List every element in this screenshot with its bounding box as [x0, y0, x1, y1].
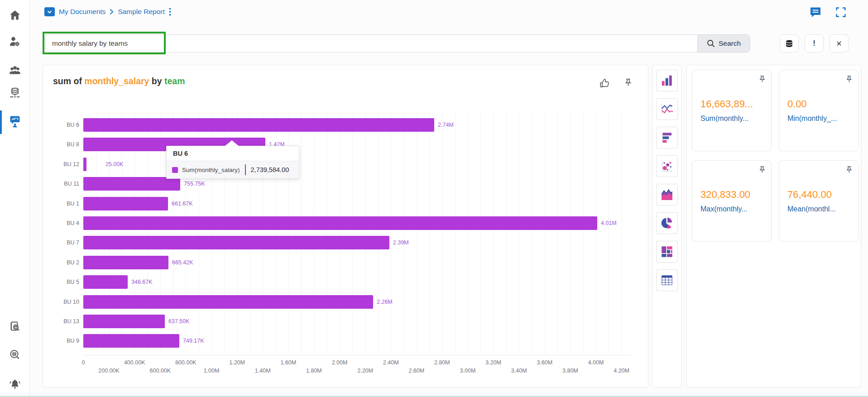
- close-icon: ✕: [836, 39, 842, 48]
- warnings-button[interactable]: !: [805, 34, 824, 53]
- category-label: BU 8: [43, 140, 79, 148]
- database-network-icon: [9, 87, 21, 101]
- bar-bu-4[interactable]: [83, 216, 597, 230]
- kpi-grid: 16,663,89...Sum(monthly...0.00Min(monthl…: [692, 70, 856, 242]
- data-catalog-search-icon: [9, 320, 21, 335]
- sidebar-item-database-connections[interactable]: [0, 84, 30, 104]
- treemap-chart-button[interactable]: [656, 241, 678, 263]
- bar-value-label: 637.50K: [168, 317, 190, 325]
- gridline: [340, 112, 340, 355]
- line-chart-icon: [660, 102, 674, 116]
- gridline: [429, 112, 430, 355]
- pin-icon[interactable]: [844, 165, 854, 174]
- search-input[interactable]: [46, 35, 697, 52]
- x-axis-tick: 3.00M: [460, 368, 476, 374]
- kpi-value: 320,833.00: [700, 189, 771, 201]
- pin-icon[interactable]: [758, 75, 767, 84]
- x-axis-tick: 1.80M: [306, 368, 322, 374]
- bar-bu-2[interactable]: [83, 256, 168, 269]
- bar-bu-13[interactable]: [83, 315, 165, 328]
- search-button[interactable]: Search: [697, 35, 750, 52]
- area-chart-icon: [660, 188, 674, 201]
- gridline: [609, 112, 609, 355]
- bar-bu-6[interactable]: [83, 118, 434, 132]
- fullscreen-icon[interactable]: [836, 7, 846, 17]
- horizontal-bar-chart-button[interactable]: [656, 127, 678, 148]
- user-groups-icon: [9, 64, 21, 79]
- pie-chart-button[interactable]: [656, 212, 678, 234]
- bar-bu-1[interactable]: [83, 197, 168, 210]
- kpi-label: Sum(monthly...: [700, 115, 771, 123]
- x-axis-tick: 3.60M: [537, 359, 552, 366]
- kpi-card-0[interactable]: 16,663,89...Sum(monthly...: [692, 70, 772, 151]
- sidebar-item-data-catalog-search[interactable]: [0, 318, 30, 338]
- scatter-chart-button[interactable]: [656, 155, 678, 177]
- kpi-card-2[interactable]: 320,833.00Max(monthly...: [692, 160, 772, 242]
- column-chart-button[interactable]: [656, 70, 678, 91]
- bar-value-label: 665.42K: [172, 258, 193, 267]
- gridline: [455, 112, 456, 355]
- area-chart-button[interactable]: [656, 184, 678, 206]
- bar-bu-10[interactable]: [83, 295, 373, 309]
- category-label: BU 6: [43, 121, 79, 129]
- gridline: [480, 112, 481, 355]
- sidebar-item-ai-assistant[interactable]: [0, 112, 30, 132]
- gridline: [622, 112, 622, 355]
- user-settings-icon: [9, 35, 21, 50]
- tooltip-series-swatch: [172, 167, 178, 173]
- gridline: [583, 112, 584, 355]
- bar-value-label: 346.67K: [131, 278, 153, 286]
- x-axis-tick: 1.60M: [280, 359, 296, 366]
- bar-bu-12[interactable]: [83, 158, 86, 171]
- gridline: [494, 112, 494, 355]
- warning-exclamation-label: !: [813, 39, 815, 48]
- bar-bu-5[interactable]: [83, 275, 128, 289]
- category-label: BU 10: [43, 298, 79, 306]
- bar-bu-11[interactable]: [83, 177, 180, 191]
- data-sources-button[interactable]: [780, 34, 799, 53]
- gridline: [596, 112, 596, 355]
- table-view-button[interactable]: [656, 269, 678, 291]
- kpi-value: 0.00: [787, 98, 858, 110]
- gridline: [327, 112, 327, 355]
- bar-value-label: 749.17K: [183, 337, 204, 345]
- kebab-menu-icon[interactable]: [169, 8, 171, 16]
- bar-bu-9[interactable]: [83, 334, 179, 348]
- sidebar-item-notifications[interactable]: [0, 376, 30, 396]
- bar-value-label: 755.75K: [184, 180, 205, 188]
- gridline: [391, 112, 391, 355]
- breadcrumb-sample-report[interactable]: Sample Report: [118, 8, 164, 16]
- sidebar: [0, 0, 30, 397]
- kpi-card-1[interactable]: 0.00Min(monthly_...: [779, 70, 858, 151]
- sidebar-item-home[interactable]: [0, 6, 30, 26]
- category-label: BU 1: [43, 200, 79, 208]
- gridline: [532, 112, 532, 355]
- sidebar-item-user-groups[interactable]: [0, 62, 30, 81]
- database-icon: [785, 39, 794, 48]
- x-axis-tick: 4.00M: [588, 359, 604, 366]
- kpi-card-3[interactable]: 76,440.00Mean(monthl...: [779, 160, 858, 242]
- table-view-icon: [660, 273, 674, 287]
- x-axis-tick: 400.00K: [124, 359, 145, 366]
- folder-dropdown-icon[interactable]: [44, 7, 55, 16]
- pin-icon[interactable]: [758, 165, 767, 174]
- x-axis-line: [83, 355, 632, 355]
- kpi-label: Min(monthly_...: [787, 115, 858, 123]
- x-axis-tick: 600.00K: [150, 368, 171, 374]
- x-axis-tick: 0: [82, 359, 85, 366]
- tooltip-divider: [245, 164, 246, 175]
- tooltip-arrow: [225, 140, 239, 146]
- data-search-icon: [9, 349, 21, 363]
- x-axis-tick: 200.00K: [98, 368, 120, 374]
- x-axis-tick: 3.80M: [562, 368, 578, 374]
- breadcrumb-my-documents[interactable]: My Documents: [59, 8, 106, 16]
- line-chart-button[interactable]: [656, 98, 678, 120]
- comments-icon[interactable]: [810, 7, 821, 18]
- pin-icon[interactable]: [844, 75, 854, 84]
- sidebar-item-user-settings[interactable]: [0, 33, 30, 53]
- tooltip-value: 2,739,584.00: [251, 166, 289, 173]
- clear-query-button[interactable]: ✕: [830, 34, 849, 53]
- sidebar-item-data-search[interactable]: [0, 346, 30, 366]
- bar-bu-7[interactable]: [83, 236, 389, 249]
- x-axis-tick: 3.40M: [511, 368, 527, 374]
